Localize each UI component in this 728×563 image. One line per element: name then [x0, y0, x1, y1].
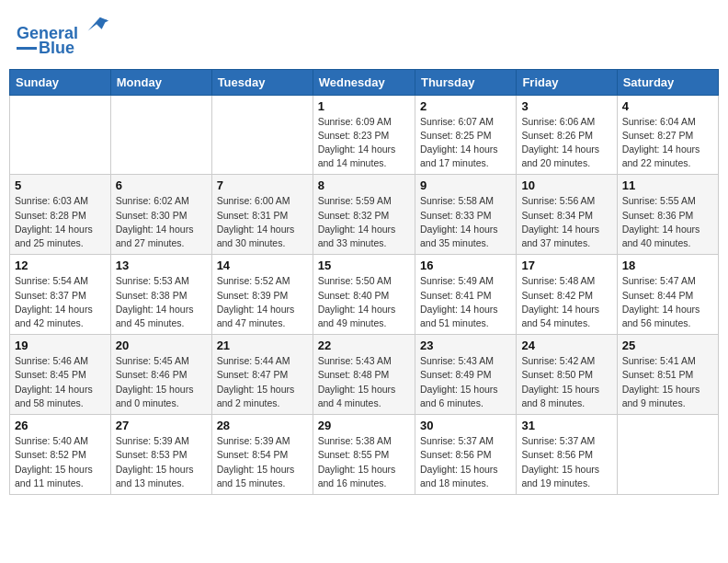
calendar-cell: 4Sunrise: 6:04 AMSunset: 8:27 PMDaylight… [617, 95, 718, 175]
day-header-friday: Friday [517, 69, 617, 95]
day-info: Sunrise: 5:38 AMSunset: 8:55 PMDaylight:… [318, 434, 410, 490]
day-number: 10 [521, 178, 611, 192]
day-number: 14 [217, 259, 308, 272]
day-number: 21 [217, 339, 308, 352]
calendar-cell: 11Sunrise: 5:55 AMSunset: 8:36 PMDayligh… [617, 175, 718, 255]
calendar-cell: 19Sunrise: 5:46 AMSunset: 8:45 PMDayligh… [10, 335, 111, 415]
calendar-cell [110, 95, 211, 175]
day-info: Sunrise: 5:40 AMSunset: 8:52 PMDaylight:… [15, 434, 106, 490]
calendar-cell: 28Sunrise: 5:39 AMSunset: 8:54 PMDayligh… [211, 415, 313, 495]
calendar-cell: 15Sunrise: 5:50 AMSunset: 8:40 PMDayligh… [313, 255, 415, 335]
day-header-saturday: Saturday [617, 69, 718, 95]
calendar-cell: 30Sunrise: 5:37 AMSunset: 8:56 PMDayligh… [415, 415, 516, 495]
calendar-week-5: 26Sunrise: 5:40 AMSunset: 8:52 PMDayligh… [10, 415, 719, 495]
day-info: Sunrise: 6:00 AMSunset: 8:31 PMDaylight:… [217, 194, 308, 250]
day-number: 7 [217, 178, 308, 192]
day-number: 15 [318, 259, 410, 272]
calendar-week-4: 19Sunrise: 5:46 AMSunset: 8:45 PMDayligh… [10, 335, 719, 415]
day-info: Sunrise: 5:48 AMSunset: 8:42 PMDaylight:… [521, 274, 611, 330]
calendar-header-row: SundayMondayTuesdayWednesdayThursdayFrid… [10, 69, 719, 95]
day-info: Sunrise: 5:41 AMSunset: 8:51 PMDaylight:… [622, 354, 713, 410]
calendar-cell: 16Sunrise: 5:49 AMSunset: 8:41 PMDayligh… [415, 255, 516, 335]
logo-bird-icon [85, 13, 110, 39]
logo: General Blue [17, 13, 110, 58]
calendar-cell: 5Sunrise: 6:03 AMSunset: 8:28 PMDaylight… [10, 175, 111, 255]
calendar-cell: 21Sunrise: 5:44 AMSunset: 8:47 PMDayligh… [211, 335, 313, 415]
day-info: Sunrise: 5:49 AMSunset: 8:41 PMDaylight:… [420, 274, 511, 330]
day-number: 20 [116, 339, 207, 352]
calendar-cell: 27Sunrise: 5:39 AMSunset: 8:53 PMDayligh… [110, 415, 211, 495]
day-number: 5 [15, 178, 106, 192]
day-number: 22 [318, 339, 410, 352]
day-info: Sunrise: 6:04 AMSunset: 8:27 PMDaylight:… [622, 115, 713, 171]
day-number: 2 [420, 99, 511, 113]
day-info: Sunrise: 5:37 AMSunset: 8:56 PMDaylight:… [521, 434, 611, 490]
day-number: 9 [420, 178, 511, 192]
day-number: 1 [318, 99, 410, 113]
day-header-thursday: Thursday [415, 69, 516, 95]
calendar-cell: 2Sunrise: 6:07 AMSunset: 8:25 PMDaylight… [415, 95, 516, 175]
day-number: 13 [116, 259, 207, 272]
calendar-cell: 3Sunrise: 6:06 AMSunset: 8:26 PMDaylight… [517, 95, 617, 175]
logo-blue: Blue [39, 40, 74, 58]
day-number: 26 [15, 419, 106, 432]
day-info: Sunrise: 5:46 AMSunset: 8:45 PMDaylight:… [15, 354, 106, 410]
calendar-cell: 6Sunrise: 6:02 AMSunset: 8:30 PMDaylight… [110, 175, 211, 255]
day-number: 31 [521, 419, 611, 432]
calendar-cell: 31Sunrise: 5:37 AMSunset: 8:56 PMDayligh… [517, 415, 617, 495]
day-info: Sunrise: 5:44 AMSunset: 8:47 PMDaylight:… [217, 354, 308, 410]
calendar-cell: 26Sunrise: 5:40 AMSunset: 8:52 PMDayligh… [10, 415, 111, 495]
calendar-body: 1Sunrise: 6:09 AMSunset: 8:23 PMDaylight… [10, 95, 719, 494]
day-number: 24 [521, 339, 611, 352]
calendar-cell: 8Sunrise: 5:59 AMSunset: 8:32 PMDaylight… [313, 175, 415, 255]
calendar-cell: 10Sunrise: 5:56 AMSunset: 8:34 PMDayligh… [517, 175, 617, 255]
calendar-week-1: 1Sunrise: 6:09 AMSunset: 8:23 PMDaylight… [10, 95, 719, 175]
day-number: 8 [318, 178, 410, 192]
day-info: Sunrise: 5:50 AMSunset: 8:40 PMDaylight:… [318, 274, 410, 330]
day-header-wednesday: Wednesday [313, 69, 415, 95]
day-info: Sunrise: 5:56 AMSunset: 8:34 PMDaylight:… [521, 194, 611, 250]
day-info: Sunrise: 5:47 AMSunset: 8:44 PMDaylight:… [622, 274, 713, 330]
svg-marker-0 [88, 17, 108, 31]
calendar-cell [10, 95, 111, 175]
day-number: 3 [521, 99, 611, 113]
day-number: 27 [116, 419, 207, 432]
day-info: Sunrise: 5:54 AMSunset: 8:37 PMDaylight:… [15, 274, 106, 330]
calendar-cell: 9Sunrise: 5:58 AMSunset: 8:33 PMDaylight… [415, 175, 516, 255]
day-header-monday: Monday [110, 69, 211, 95]
calendar-cell [211, 95, 313, 175]
day-number: 23 [420, 339, 511, 352]
day-info: Sunrise: 5:55 AMSunset: 8:36 PMDaylight:… [622, 194, 713, 250]
day-info: Sunrise: 5:39 AMSunset: 8:54 PMDaylight:… [217, 434, 308, 490]
day-number: 25 [622, 339, 713, 352]
day-info: Sunrise: 6:09 AMSunset: 8:23 PMDaylight:… [318, 115, 410, 171]
calendar-cell: 18Sunrise: 5:47 AMSunset: 8:44 PMDayligh… [617, 255, 718, 335]
day-info: Sunrise: 5:58 AMSunset: 8:33 PMDaylight:… [420, 194, 511, 250]
day-info: Sunrise: 5:43 AMSunset: 8:49 PMDaylight:… [420, 354, 511, 410]
day-info: Sunrise: 5:37 AMSunset: 8:56 PMDaylight:… [420, 434, 511, 490]
calendar-cell: 14Sunrise: 5:52 AMSunset: 8:39 PMDayligh… [211, 255, 313, 335]
calendar-header: General Blue [9, 9, 719, 62]
day-number: 28 [217, 419, 308, 432]
calendar-cell: 23Sunrise: 5:43 AMSunset: 8:49 PMDayligh… [415, 335, 516, 415]
day-info: Sunrise: 5:39 AMSunset: 8:53 PMDaylight:… [116, 434, 207, 490]
day-number: 11 [622, 178, 713, 192]
day-info: Sunrise: 5:52 AMSunset: 8:39 PMDaylight:… [217, 274, 308, 330]
day-info: Sunrise: 5:42 AMSunset: 8:50 PMDaylight:… [521, 354, 611, 410]
day-number: 29 [318, 419, 410, 432]
day-number: 6 [116, 178, 207, 192]
day-info: Sunrise: 6:03 AMSunset: 8:28 PMDaylight:… [15, 194, 106, 250]
calendar-cell: 24Sunrise: 5:42 AMSunset: 8:50 PMDayligh… [517, 335, 617, 415]
calendar-table: SundayMondayTuesdayWednesdayThursdayFrid… [9, 69, 719, 495]
day-info: Sunrise: 6:02 AMSunset: 8:30 PMDaylight:… [116, 194, 207, 250]
calendar-cell: 22Sunrise: 5:43 AMSunset: 8:48 PMDayligh… [313, 335, 415, 415]
day-info: Sunrise: 5:59 AMSunset: 8:32 PMDaylight:… [318, 194, 410, 250]
day-number: 30 [420, 419, 511, 432]
day-header-sunday: Sunday [10, 69, 111, 95]
calendar-week-3: 12Sunrise: 5:54 AMSunset: 8:37 PMDayligh… [10, 255, 719, 335]
calendar-cell: 20Sunrise: 5:45 AMSunset: 8:46 PMDayligh… [110, 335, 211, 415]
day-number: 4 [622, 99, 713, 113]
day-info: Sunrise: 5:43 AMSunset: 8:48 PMDaylight:… [318, 354, 410, 410]
day-info: Sunrise: 6:07 AMSunset: 8:25 PMDaylight:… [420, 115, 511, 171]
day-info: Sunrise: 5:53 AMSunset: 8:38 PMDaylight:… [116, 274, 207, 330]
